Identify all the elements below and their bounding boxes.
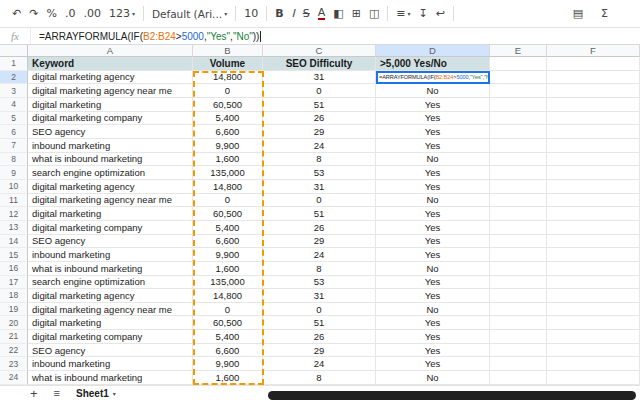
cell-F13[interactable] xyxy=(547,221,640,235)
cell-F4[interactable] xyxy=(547,98,640,112)
cell-F16[interactable] xyxy=(547,262,640,276)
cell-E16[interactable] xyxy=(490,262,547,276)
cell-D21[interactable]: Yes xyxy=(376,330,490,344)
row-header-1[interactable]: 1 xyxy=(0,57,28,71)
cell-B14[interactable]: 6,600 xyxy=(193,235,263,249)
row-header-14[interactable]: 14 xyxy=(0,235,28,249)
row-header-10[interactable]: 10 xyxy=(0,180,28,194)
cell-B1[interactable]: Volume xyxy=(193,57,263,71)
cell-C15[interactable]: 24 xyxy=(263,248,376,262)
cell-E23[interactable] xyxy=(490,357,547,371)
cell-B8[interactable]: 1,600 xyxy=(193,153,263,167)
cell-D8[interactable]: No xyxy=(376,153,490,167)
horizontal-scrollbar[interactable] xyxy=(268,391,636,400)
cell-F1[interactable] xyxy=(547,57,640,71)
cell-F9[interactable] xyxy=(547,166,640,180)
cell-D22[interactable]: Yes xyxy=(376,344,490,358)
percent-format-button[interactable]: % xyxy=(42,5,60,22)
cell-F17[interactable] xyxy=(547,276,640,290)
cell-E24[interactable] xyxy=(490,371,547,385)
fill-color-button[interactable]: ◧ xyxy=(329,5,347,22)
cell-C7[interactable]: 24 xyxy=(263,139,376,153)
column-header-B[interactable]: B xyxy=(193,45,263,57)
cell-B9[interactable]: 135,000 xyxy=(193,166,263,180)
cell-F12[interactable] xyxy=(547,207,640,221)
cell-D18[interactable]: Yes xyxy=(376,289,490,303)
cell-E9[interactable] xyxy=(490,166,547,180)
row-header-24[interactable]: 24 xyxy=(0,371,28,385)
row-header-18[interactable]: 18 xyxy=(0,289,28,303)
row-header-8[interactable]: 8 xyxy=(0,153,28,167)
increase-decimal-button[interactable]: .00 xyxy=(79,5,105,22)
cell-B13[interactable]: 5,400 xyxy=(193,221,263,235)
font-size-select[interactable]: 10 xyxy=(240,5,262,22)
cell-F22[interactable] xyxy=(547,344,640,358)
cell-F20[interactable] xyxy=(547,316,640,330)
cell-D17[interactable]: Yes xyxy=(376,276,490,290)
cell-A8[interactable]: what is inbound marketing xyxy=(28,153,193,167)
cell-A21[interactable]: digital marketing company xyxy=(28,330,193,344)
row-header-20[interactable]: 20 xyxy=(0,316,28,330)
cell-E14[interactable] xyxy=(490,235,547,249)
cell-A16[interactable]: what is inbound marketing xyxy=(28,262,193,276)
row-header-9[interactable]: 9 xyxy=(0,166,28,180)
cell-C4[interactable]: 51 xyxy=(263,98,376,112)
cell-C8[interactable]: 8 xyxy=(263,153,376,167)
cell-C5[interactable]: 26 xyxy=(263,112,376,126)
cell-D1[interactable]: >5,000 Yes/No xyxy=(376,57,490,71)
cell-D13[interactable]: Yes xyxy=(376,221,490,235)
text-wrap-button[interactable]: ↩ xyxy=(432,5,449,22)
row-header-13[interactable]: 13 xyxy=(0,221,28,235)
cell-A11[interactable]: digital marketing agency near me xyxy=(28,194,193,208)
cell-D7[interactable]: Yes xyxy=(376,139,490,153)
cell-E1[interactable] xyxy=(490,57,547,71)
cell-D9[interactable]: Yes xyxy=(376,166,490,180)
cell-A3[interactable]: digital marketing agency near me xyxy=(28,84,193,98)
row-header-7[interactable]: 7 xyxy=(0,139,28,153)
cell-A2[interactable]: digital marketing agency xyxy=(28,71,193,85)
cell-B4[interactable]: 60,500 xyxy=(193,98,263,112)
italic-button[interactable]: I xyxy=(288,5,299,22)
cell-C21[interactable]: 26 xyxy=(263,330,376,344)
cell-A14[interactable]: SEO agency xyxy=(28,235,193,249)
cell-D2[interactable]: =ARRAYFORMULA(IF(B2:B24>5000, "Yes","No"… xyxy=(376,71,490,85)
formula-input[interactable]: =ARRAYFORMULA(IF(B2:B24>5000, "Yes","No"… xyxy=(30,28,640,44)
cell-F5[interactable] xyxy=(547,112,640,126)
cell-D11[interactable]: No xyxy=(376,194,490,208)
cell-D10[interactable]: Yes xyxy=(376,180,490,194)
cell-D14[interactable]: Yes xyxy=(376,235,490,249)
cell-E18[interactable] xyxy=(490,289,547,303)
cell-E8[interactable] xyxy=(490,153,547,167)
cell-F24[interactable] xyxy=(547,371,640,385)
row-header-11[interactable]: 11 xyxy=(0,194,28,208)
cell-E2[interactable] xyxy=(490,71,547,85)
cell-B10[interactable]: 14,800 xyxy=(193,180,263,194)
cell-A20[interactable]: digital marketing xyxy=(28,316,193,330)
cell-F21[interactable] xyxy=(547,330,640,344)
cell-C20[interactable]: 51 xyxy=(263,316,376,330)
merge-cells-button[interactable]: ◫ xyxy=(365,5,383,22)
cell-B7[interactable]: 9,900 xyxy=(193,139,263,153)
cell-B23[interactable]: 9,900 xyxy=(193,357,263,371)
column-header-E[interactable]: E xyxy=(490,45,547,57)
cell-C16[interactable]: 8 xyxy=(263,262,376,276)
cell-B21[interactable]: 5,400 xyxy=(193,330,263,344)
cell-A7[interactable]: inbound marketing xyxy=(28,139,193,153)
bold-button[interactable]: B xyxy=(271,5,287,22)
cell-C1[interactable]: SEO Difficulty xyxy=(263,57,376,71)
cell-E20[interactable] xyxy=(490,316,547,330)
sheet-tab-sheet1[interactable]: Sheet1 ▾ xyxy=(76,388,116,399)
cell-C22[interactable]: 29 xyxy=(263,344,376,358)
cell-B6[interactable]: 6,600 xyxy=(193,125,263,139)
cell-B12[interactable]: 60,500 xyxy=(193,207,263,221)
cell-F11[interactable] xyxy=(547,194,640,208)
row-header-22[interactable]: 22 xyxy=(0,344,28,358)
cell-B11[interactable]: 0 xyxy=(193,194,263,208)
cell-D4[interactable]: Yes xyxy=(376,98,490,112)
cell-D12[interactable]: Yes xyxy=(376,207,490,221)
cell-B2[interactable]: 14,800 xyxy=(193,71,263,85)
cell-D23[interactable]: Yes xyxy=(376,357,490,371)
vertical-align-button[interactable]: ↧ xyxy=(415,5,432,22)
cell-C23[interactable]: 24 xyxy=(263,357,376,371)
cell-B17[interactable]: 135,000 xyxy=(193,276,263,290)
